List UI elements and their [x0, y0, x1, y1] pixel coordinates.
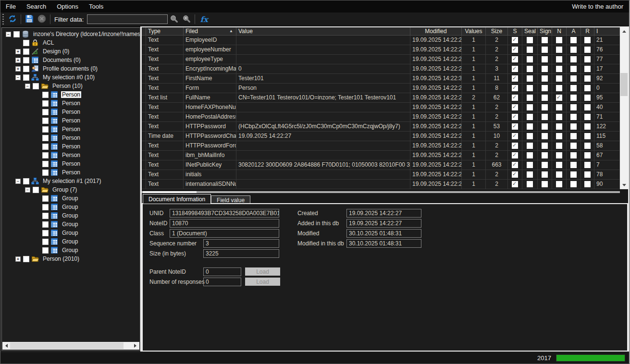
sign-checkbox[interactable] [542, 85, 548, 91]
r-checkbox[interactable] [584, 85, 591, 91]
grid-row[interactable]: TextEncryptIncomingMail019.09.2025 14:22… [142, 64, 620, 74]
column-header-values[interactable]: Values [462, 27, 486, 36]
grid-row[interactable]: Time dateHTTPPasswordChan...19.09.2025 1… [142, 132, 620, 141]
s-checkbox[interactable] [512, 133, 518, 139]
load-responses-button[interactable]: Load [245, 278, 280, 286]
sign-checkbox[interactable] [542, 56, 548, 62]
tree-node[interactable]: +Design (0) [2, 47, 140, 56]
collapse-icon[interactable]: − [25, 84, 33, 89]
sign-checkbox[interactable] [542, 143, 548, 149]
n-checkbox[interactable] [556, 171, 562, 178]
sign-checkbox[interactable] [542, 152, 548, 158]
column-header-a[interactable]: A [567, 27, 581, 36]
seal-checkbox[interactable] [527, 171, 533, 178]
grid-row[interactable]: TextemployeeNumber19.09.2025 14:22:27127… [142, 45, 620, 55]
column-header-n[interactable]: N [552, 27, 567, 36]
column-header-gutter[interactable] [142, 27, 146, 36]
tree-checkbox[interactable] [13, 31, 20, 37]
tree-checkbox[interactable] [42, 126, 49, 133]
column-header-r[interactable]: R [581, 27, 594, 36]
scroll-left-icon[interactable] [2, 342, 10, 350]
save-button[interactable] [23, 13, 36, 25]
r-checkbox[interactable] [584, 66, 591, 72]
grid-row[interactable]: Textibm_bhMailInfo19.09.2025 14:22:27126… [142, 151, 620, 160]
tree-node[interactable]: −My selection #0 (10) [2, 73, 140, 82]
grid-row[interactable]: TextINetPublicKey30820122 300D0609 2A864… [142, 160, 620, 170]
grid-row[interactable]: TextEmployeeID19.09.2025 14:22:271221 [142, 36, 620, 45]
field-value-input[interactable]: 19.09.2025 14:22:27 [346, 219, 421, 228]
column-header-type[interactable]: Type [146, 27, 184, 36]
sign-checkbox[interactable] [542, 171, 548, 178]
s-checkbox[interactable] [512, 181, 518, 187]
seal-checkbox[interactable] [527, 162, 533, 168]
a-checkbox[interactable] [570, 104, 577, 110]
n-checkbox[interactable] [556, 75, 562, 82]
column-header-size[interactable]: Size [486, 27, 508, 36]
r-checkbox[interactable] [584, 47, 591, 53]
n-checkbox[interactable] [556, 143, 562, 149]
field-value-input[interactable]: 0 [203, 267, 241, 276]
sign-checkbox[interactable] [542, 104, 548, 110]
collapse-icon[interactable]: − [15, 179, 23, 184]
tree-node[interactable]: Group [2, 203, 140, 211]
grid-row[interactable]: TextHTTPPasswordForce...19.09.2025 14:22… [142, 141, 620, 151]
menu-file[interactable]: File [0, 3, 21, 10]
a-checkbox[interactable] [570, 171, 577, 178]
scroll-down-icon[interactable] [620, 182, 628, 189]
tree-node[interactable]: Person [2, 125, 140, 133]
n-checkbox[interactable] [556, 47, 562, 53]
tree-checkbox[interactable] [42, 170, 49, 176]
grid-row[interactable]: TextFormPerson19.09.2025 14:22:27180 [142, 84, 620, 93]
grid-row[interactable]: TextHTTPPassword(HCbpZxOlCqLft4G5rc5l/zJ… [142, 122, 620, 132]
n-checkbox[interactable] [556, 85, 562, 91]
tree-node[interactable]: +Documents (0) [2, 56, 140, 64]
tree-node[interactable]: ACL [2, 38, 140, 47]
r-checkbox[interactable] [584, 133, 591, 139]
s-checkbox[interactable] [512, 114, 518, 120]
field-value-input[interactable]: 3225 [203, 249, 279, 258]
sign-checkbox[interactable] [542, 114, 548, 120]
sign-checkbox[interactable] [542, 133, 548, 139]
grid-row[interactable]: TextinternationaliSDNNu...19.09.2025 14:… [142, 180, 620, 189]
tree-checkbox[interactable] [33, 83, 39, 89]
n-checkbox[interactable] [556, 181, 562, 187]
seal-checkbox[interactable] [527, 75, 533, 82]
r-checkbox[interactable] [584, 56, 591, 62]
scrollbar-thumb[interactable] [143, 191, 197, 193]
seal-checkbox[interactable] [527, 133, 533, 139]
field-value-input[interactable]: 3 [203, 239, 279, 248]
seal-checkbox[interactable] [527, 181, 533, 187]
tree-checkbox[interactable] [42, 221, 49, 228]
field-value-input[interactable]: 0 [203, 278, 241, 286]
menu-write-to-author[interactable]: Write to the author [572, 3, 629, 10]
s-checkbox[interactable] [512, 171, 518, 178]
r-checkbox[interactable] [584, 152, 591, 158]
tree-node[interactable]: Group [2, 220, 140, 229]
collapse-icon[interactable]: − [15, 75, 23, 80]
tree-node[interactable]: Group [2, 246, 140, 255]
r-checkbox[interactable] [584, 162, 591, 168]
n-checkbox[interactable] [556, 104, 562, 110]
collapse-icon[interactable]: − [25, 187, 33, 193]
expand-icon[interactable]: + [15, 58, 23, 63]
tree-checkbox[interactable] [23, 178, 29, 184]
n-checkbox[interactable] [556, 133, 562, 139]
tree-node[interactable]: −My selection #1 (2017) [2, 177, 140, 185]
sign-checkbox[interactable] [542, 123, 548, 130]
grid-row[interactable]: Text listFullNameCN=Tester101 Testerov10… [142, 93, 620, 103]
column-header-i[interactable]: I [594, 27, 620, 36]
seal-checkbox[interactable] [527, 104, 533, 110]
grid-row[interactable]: TextFirstNameTester10119.09.2025 14:22:3… [142, 74, 620, 84]
a-checkbox[interactable] [570, 152, 577, 158]
scroll-up-icon[interactable] [620, 27, 628, 35]
tree-checkbox[interactable] [42, 195, 49, 202]
sign-checkbox[interactable] [542, 47, 548, 53]
load-parent-button[interactable]: Load [245, 267, 280, 276]
a-checkbox[interactable] [570, 85, 577, 91]
column-header-sign[interactable]: Sign [538, 27, 552, 36]
r-checkbox[interactable] [584, 143, 591, 149]
seal-checkbox[interactable] [527, 47, 533, 53]
r-checkbox[interactable] [584, 114, 591, 120]
tree-checkbox[interactable] [23, 66, 29, 72]
s-checkbox[interactable] [512, 85, 518, 91]
